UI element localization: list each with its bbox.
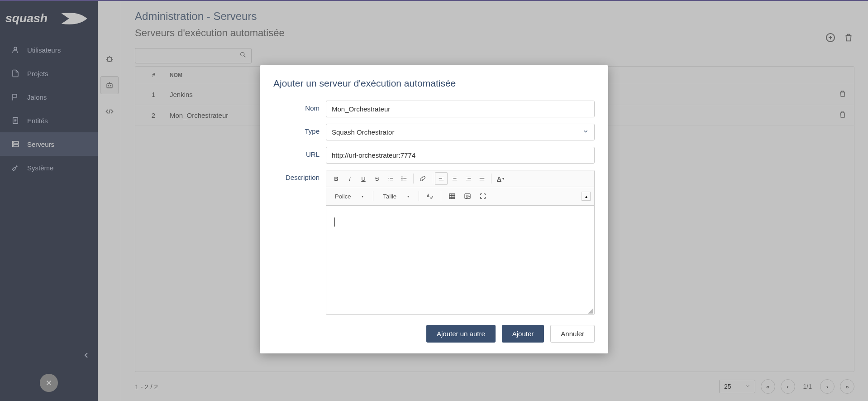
text-color-icon[interactable]: A▾ <box>494 172 507 185</box>
image-icon[interactable] <box>461 190 474 203</box>
url-field[interactable] <box>326 147 595 164</box>
table-icon[interactable] <box>446 190 458 203</box>
align-left-icon[interactable] <box>435 172 448 185</box>
type-select[interactable]: Squash Orchestrator <box>326 124 595 140</box>
unordered-list-icon[interactable] <box>398 172 410 185</box>
align-right-icon[interactable] <box>462 172 475 185</box>
strike-icon[interactable]: S <box>371 172 383 185</box>
description-label: Description <box>273 170 326 181</box>
add-server-dialog: Ajouter un serveur d'exécution automatis… <box>260 65 608 353</box>
underline-icon[interactable]: U <box>357 172 370 185</box>
collapse-toolbar-icon[interactable]: ▴ <box>582 192 591 201</box>
add-another-button[interactable]: Ajouter un autre <box>426 325 496 343</box>
svg-point-13 <box>402 177 402 177</box>
type-label: Type <box>273 124 326 135</box>
svg-rect-16 <box>449 194 455 199</box>
font-dropdown[interactable]: Police▾ <box>330 191 368 202</box>
spellcheck-icon[interactable] <box>424 190 436 203</box>
fullscreen-icon[interactable] <box>477 190 489 203</box>
cancel-button[interactable]: Annuler <box>550 325 595 343</box>
svg-point-15 <box>402 180 402 180</box>
bold-icon[interactable]: B <box>330 172 343 185</box>
chevron-down-icon <box>582 128 589 136</box>
italic-icon[interactable]: I <box>343 172 356 185</box>
name-label: Nom <box>273 101 326 112</box>
rich-text-editor: B I U S <box>326 170 595 315</box>
dialog-title: Ajouter un serveur d'exécution automatis… <box>273 78 595 89</box>
resize-handle-icon[interactable] <box>588 308 593 314</box>
ordered-list-icon[interactable] <box>384 172 397 185</box>
url-label: URL <box>273 147 326 158</box>
name-field[interactable] <box>326 101 595 117</box>
svg-point-18 <box>466 195 467 196</box>
editor-textarea[interactable] <box>326 206 594 314</box>
add-button[interactable]: Ajouter <box>502 325 544 343</box>
align-center-icon[interactable] <box>448 172 461 185</box>
link-icon[interactable] <box>416 172 429 185</box>
align-justify-icon[interactable] <box>476 172 488 185</box>
size-dropdown[interactable]: Taille▾ <box>378 191 414 202</box>
modal-overlay: Ajouter un serveur d'exécution automatis… <box>0 0 868 401</box>
svg-point-14 <box>402 178 402 179</box>
